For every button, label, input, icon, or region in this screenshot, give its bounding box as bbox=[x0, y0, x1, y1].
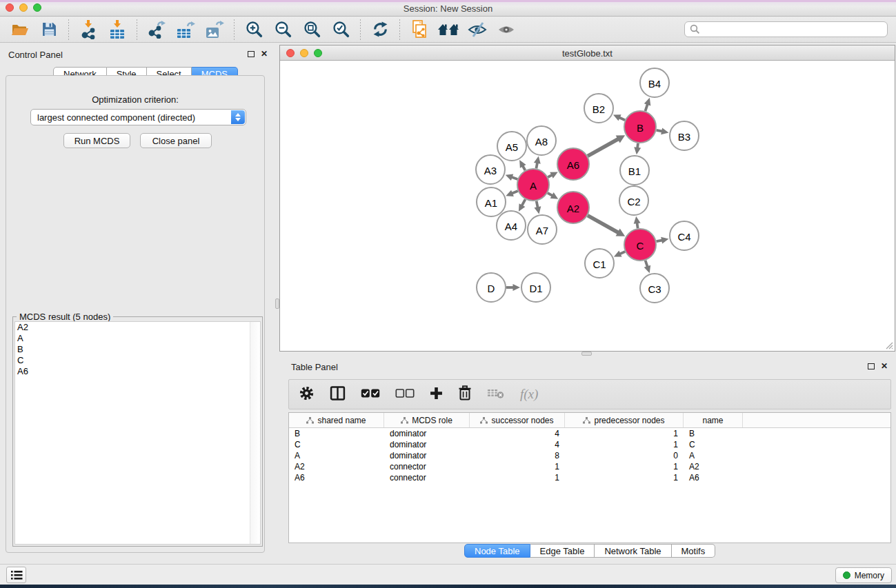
result-item[interactable]: A bbox=[15, 333, 260, 344]
table-panel-title: Table Panel bbox=[291, 362, 338, 372]
table-cell[interactable]: 1 bbox=[470, 472, 565, 483]
tab-network-table[interactable]: Network Table bbox=[595, 544, 671, 558]
table-cell[interactable]: C bbox=[289, 439, 384, 450]
network-window-titlebar: testGlobe.txt bbox=[280, 45, 895, 61]
search-input[interactable] bbox=[684, 21, 888, 37]
table-cell[interactable]: dominator bbox=[384, 439, 470, 450]
network-canvas[interactable]: AA1A2A3A4A5A6A7A8BB1B2B3B4CC1C2C3C4DD1 bbox=[281, 61, 894, 351]
table-cell[interactable]: connector bbox=[384, 461, 470, 472]
result-item[interactable]: B bbox=[15, 344, 260, 355]
table-cell[interactable]: B bbox=[684, 428, 743, 439]
scrollbar-track[interactable] bbox=[250, 322, 260, 544]
table-cell[interactable]: 1 bbox=[470, 461, 565, 472]
graph-node-label: B1 bbox=[628, 165, 641, 177]
vertical-splitter-handle[interactable] bbox=[275, 298, 279, 309]
graph-node-label: B bbox=[637, 122, 644, 134]
table-cell[interactable]: dominator bbox=[384, 450, 470, 461]
show-all-eye-icon[interactable] bbox=[494, 19, 519, 41]
split-view-icon[interactable] bbox=[330, 385, 346, 404]
resize-grip-icon[interactable] bbox=[885, 341, 893, 349]
column-header[interactable]: shared name bbox=[289, 413, 384, 427]
refresh-icon[interactable] bbox=[368, 19, 392, 41]
table-cell[interactable]: 1 bbox=[565, 428, 684, 439]
close-panel-icon[interactable]: ✕ bbox=[261, 50, 268, 57]
table-cell[interactable]: A6 bbox=[289, 472, 384, 483]
select-all-icon[interactable] bbox=[361, 388, 380, 401]
first-neighbors-icon[interactable] bbox=[436, 19, 461, 41]
zoom-selected-icon[interactable] bbox=[328, 19, 353, 41]
criterion-dropdown[interactable]: largest connected component (directed) bbox=[30, 109, 246, 125]
clone-network-icon[interactable] bbox=[407, 19, 432, 41]
float-table-panel-icon[interactable] bbox=[868, 363, 875, 369]
table-cell[interactable]: A2 bbox=[289, 461, 384, 472]
float-panel-icon[interactable] bbox=[248, 51, 255, 57]
table-row[interactable]: Bdominator41B bbox=[289, 428, 890, 439]
zoom-fit-icon[interactable] bbox=[299, 19, 324, 41]
export-network-icon[interactable] bbox=[144, 19, 169, 41]
table-cell[interactable]: B bbox=[289, 428, 384, 439]
table-row[interactable]: A2connector11A2 bbox=[289, 461, 890, 472]
horizontal-splitter-handle[interactable] bbox=[581, 352, 592, 356]
table-cell[interactable]: connector bbox=[384, 472, 470, 483]
import-table-icon[interactable] bbox=[105, 19, 130, 41]
table-cell[interactable]: C bbox=[684, 439, 743, 450]
table-cell[interactable]: dominator bbox=[384, 428, 470, 439]
zoom-out-icon[interactable] bbox=[270, 19, 295, 41]
table-tabs: Node Table Edge Table Network Table Moti… bbox=[464, 544, 715, 558]
result-item[interactable]: A6 bbox=[15, 366, 260, 377]
export-table-icon[interactable] bbox=[173, 19, 198, 41]
column-header[interactable]: name bbox=[684, 413, 743, 427]
node-table: shared nameMCDS rolesuccessor nodesprede… bbox=[288, 412, 891, 543]
result-item[interactable]: A2 bbox=[15, 322, 260, 333]
table-cell[interactable]: A2 bbox=[684, 461, 743, 472]
graph-node-label: C3 bbox=[648, 283, 661, 295]
column-header[interactable]: MCDS role bbox=[384, 413, 470, 427]
table-row[interactable]: Cdominator41C bbox=[289, 439, 890, 450]
tab-edge-table[interactable]: Edge Table bbox=[530, 544, 595, 558]
save-session-icon[interactable] bbox=[37, 19, 61, 41]
table-cell[interactable]: A bbox=[684, 450, 743, 461]
table-cell[interactable]: A bbox=[289, 450, 384, 461]
graph-edge[interactable] bbox=[588, 216, 619, 233]
tab-motifs[interactable]: Motifs bbox=[672, 544, 716, 558]
table-cell[interactable]: 0 bbox=[565, 450, 684, 461]
graph-edge-arrowhead bbox=[634, 216, 641, 224]
close-table-panel-icon[interactable]: ✕ bbox=[881, 363, 888, 369]
table-cell[interactable]: 1 bbox=[565, 472, 684, 483]
task-history-button[interactable] bbox=[6, 567, 26, 583]
table-row[interactable]: Adominator80A bbox=[289, 450, 890, 461]
graph-edge-arrowhead bbox=[644, 98, 651, 106]
column-header[interactable]: predecessor nodes bbox=[565, 413, 684, 427]
table-cell[interactable]: 1 bbox=[565, 461, 684, 472]
table-row[interactable]: A6connector11A6 bbox=[289, 472, 890, 483]
table-panel: Table Panel ✕ f(x) shared nameMCDS roles… bbox=[279, 357, 896, 562]
settings-gear-icon[interactable] bbox=[299, 385, 315, 404]
titlebar-top-strip bbox=[0, 0, 896, 2]
export-image-icon[interactable] bbox=[202, 19, 227, 41]
graph-node-label: A3 bbox=[484, 165, 497, 176]
result-item[interactable]: C bbox=[15, 355, 260, 366]
tab-node-table[interactable]: Node Table bbox=[464, 544, 530, 558]
table-toolbar: f(x) bbox=[288, 379, 891, 409]
graph-node-label: C4 bbox=[677, 231, 690, 243]
memory-button[interactable]: Memory bbox=[835, 567, 892, 583]
run-mcds-button[interactable]: Run MCDS bbox=[63, 133, 130, 148]
close-panel-button[interactable]: Close panel bbox=[140, 133, 212, 148]
table-cell[interactable]: 8 bbox=[470, 450, 565, 461]
table-cell[interactable]: 4 bbox=[470, 439, 565, 450]
add-column-icon[interactable] bbox=[430, 387, 443, 403]
open-file-icon[interactable] bbox=[8, 19, 32, 41]
list-icon bbox=[10, 570, 23, 580]
import-network-icon[interactable] bbox=[76, 19, 101, 41]
column-header[interactable]: successor nodes bbox=[470, 413, 565, 427]
graph-edge-arrowhead bbox=[644, 265, 650, 274]
table-cell[interactable]: 4 bbox=[470, 428, 565, 439]
table-cell[interactable]: A6 bbox=[684, 472, 743, 483]
hide-selected-eye-icon[interactable] bbox=[465, 19, 490, 41]
zoom-in-icon[interactable] bbox=[241, 19, 266, 41]
table-cell[interactable]: 1 bbox=[565, 439, 684, 450]
graph-edge[interactable] bbox=[588, 139, 619, 156]
deselect-all-icon[interactable] bbox=[395, 388, 415, 401]
memory-label: Memory bbox=[855, 571, 884, 580]
delete-column-trash-icon[interactable] bbox=[458, 385, 472, 403]
